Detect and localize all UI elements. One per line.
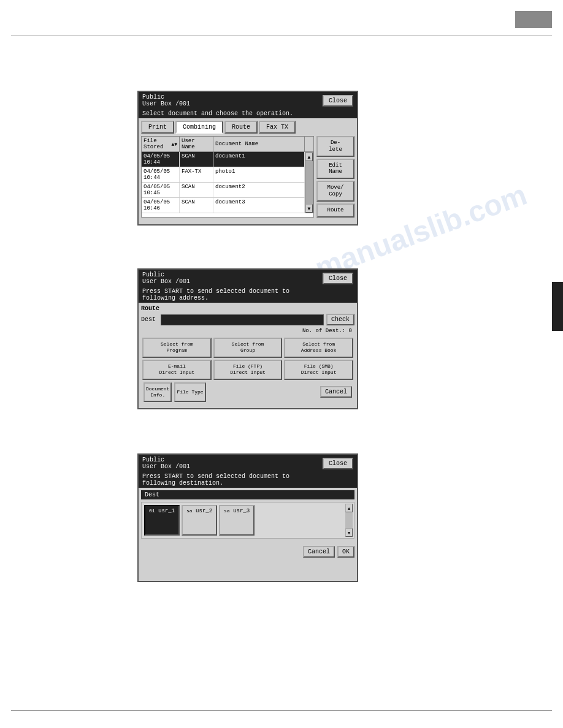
select-from-program-button[interactable]: Select fromProgram: [142, 338, 212, 358]
route-label: Route: [141, 305, 354, 312]
dest-chips-area: 01 usr_1 sa usr_2 sa usr_3 ▲ ▼: [141, 502, 354, 539]
document-table: File Stored ▲▼ User Name Document Name 0…: [141, 136, 314, 218]
dialog-userbox-3: Public User Box /001 Close Press START t…: [137, 453, 358, 582]
chips-scroll-track: [345, 512, 353, 528]
chip2-label: usr_2: [196, 508, 212, 514]
row1-time: 04/05/0510:44: [142, 152, 180, 167]
delete-button[interactable]: De-lete: [316, 136, 354, 157]
row2-doc: photo1: [213, 167, 305, 182]
dest-chip-3[interactable]: sa usr_3: [219, 505, 255, 536]
dialog2-bottom-row: DocumentInfo. File Type Cancel: [141, 382, 354, 403]
tab-fax-tx[interactable]: Fax TX: [259, 121, 296, 134]
edit-name-button[interactable]: EditName: [316, 159, 354, 180]
dialog2-title-line2: User Box /001: [142, 278, 190, 285]
row1-user: SCAN: [180, 152, 213, 167]
bottom-divider-line: [11, 710, 552, 711]
row4-doc: document3: [213, 198, 305, 213]
table-row[interactable]: 04/05/0510:44 FAX-TX photo1: [142, 167, 305, 183]
tab-route[interactable]: Route: [224, 121, 258, 134]
table-row[interactable]: 04/05/0510:44 SCAN document1: [142, 152, 305, 167]
file-type-button[interactable]: File Type: [174, 382, 205, 403]
email-direct-input-button[interactable]: E-mailDirect Input: [142, 360, 212, 380]
dest-chip-2[interactable]: sa usr_2: [182, 505, 217, 536]
dialog1-title-line2: User Box /001: [142, 100, 190, 107]
file-smb-direct-input-button[interactable]: File (SMB)Direct Input: [284, 360, 353, 380]
col-header-user: User Name: [180, 137, 213, 151]
row2-time: 04/05/0510:44: [142, 167, 180, 182]
dialog-userbox-2: Public User Box /001 Close Press START t…: [137, 268, 358, 409]
no-of-dest-label: No. of Dest.:: [302, 328, 349, 334]
dialog1-tab-row: Print Combining Route Fax TX: [139, 118, 357, 134]
table-rows: 04/05/0510:44 SCAN document1 04/05/0510:…: [142, 152, 305, 213]
dest-row: Dest Check: [141, 314, 354, 325]
no-of-dest-row: No. of Dest.: 0: [141, 328, 354, 334]
route-button[interactable]: Route: [316, 203, 354, 218]
dest-chip-1[interactable]: 01 usr_1: [144, 505, 180, 536]
dialog1-subtitle: Select document and choose the operation…: [139, 109, 357, 118]
dialog2-bottom-left: DocumentInfo. File Type: [144, 382, 206, 403]
file-ftp-direct-input-button[interactable]: File (FTP)Direct Input: [213, 360, 283, 380]
dialog3-header: Public User Box /001 Close: [139, 455, 357, 472]
table-row[interactable]: 04/05/0510:46 SCAN document3: [142, 198, 305, 213]
table-row[interactable]: 04/05/0510:45 SCAN document2: [142, 183, 305, 198]
chips-scroll-up-button[interactable]: ▲: [345, 504, 353, 512]
chip3-label: usr_3: [233, 508, 250, 514]
select-from-address-book-button[interactable]: Select fromAddress Book: [284, 338, 353, 358]
dialog3-close-button[interactable]: Close: [323, 458, 353, 469]
table-rows-with-scroll: 04/05/0510:44 SCAN document1 04/05/0510:…: [142, 152, 313, 213]
document-info-button[interactable]: DocumentInfo.: [144, 382, 172, 403]
table-scrollbar[interactable]: ▲ ▼: [305, 152, 313, 213]
dialog3-title: Public User Box /001: [142, 457, 190, 470]
chip2-prefix: sa: [186, 508, 193, 514]
dialog2-close-button[interactable]: Close: [323, 273, 353, 284]
row3-doc: document2: [213, 183, 305, 197]
chips-scroll-down-button[interactable]: ▼: [345, 528, 353, 537]
dialog3-cancel-button[interactable]: Cancel: [303, 546, 335, 558]
table-header-scroll-spacer: [305, 137, 313, 151]
top-bar-decoration: [515, 11, 552, 28]
dialog3-bottom-row: Cancel OK: [139, 544, 357, 560]
dest-label: Dest: [141, 316, 158, 323]
no-of-dest-value: 0: [349, 328, 352, 334]
dialog1-table-area: File Stored ▲▼ User Name Document Name 0…: [139, 134, 357, 220]
chip1-label: usr_1: [158, 508, 175, 514]
row3-time: 04/05/0510:45: [142, 183, 180, 197]
chips-scrollbar: ▲ ▼: [345, 504, 353, 537]
row4-time: 04/05/0510:46: [142, 198, 180, 213]
tab-combining[interactable]: Combining: [175, 121, 223, 134]
dest-header: Dest: [141, 490, 354, 499]
move-copy-button[interactable]: Move/Copy: [316, 181, 354, 202]
scroll-up-button[interactable]: ▲: [305, 153, 313, 161]
top-divider-line: [11, 36, 552, 36]
route-btn-grid-row1: Select fromProgram Select fromGroup Sele…: [141, 338, 354, 358]
dialog3-subtitle: Press START to send selected document to…: [139, 472, 357, 488]
row2-user: FAX-TX: [180, 167, 213, 182]
dialog2-cancel-button[interactable]: Cancel: [320, 386, 352, 398]
dialog-userbox-1: Public User Box /001 Close Select docume…: [137, 91, 358, 226]
col-header-docname: Document Name: [213, 137, 305, 151]
chip1-prefix: 01: [149, 508, 155, 514]
dialog2-subtitle: Press START to send selected document to…: [139, 287, 357, 303]
scroll-track: [305, 161, 313, 204]
scroll-down-button[interactable]: ▼: [305, 204, 313, 213]
side-tab: [552, 282, 563, 331]
dialog3-title-line2: User Box /001: [142, 463, 190, 470]
chip3-prefix: sa: [224, 508, 230, 514]
dialog1-action-buttons: De-lete EditName Move/Copy Route: [316, 136, 354, 218]
row1-doc: document1: [213, 152, 305, 167]
dialog2-title: Public User Box /001: [142, 271, 190, 285]
dialog1-close-button[interactable]: Close: [323, 95, 353, 107]
table-header-row: File Stored ▲▼ User Name Document Name: [142, 137, 313, 152]
dialog2-title-line1: Public: [142, 271, 190, 278]
tab-print[interactable]: Print: [141, 121, 174, 134]
check-button[interactable]: Check: [326, 314, 354, 325]
dialog1-title: Public User Box /001: [142, 94, 190, 107]
sort-arrow-icon: ▲▼: [171, 142, 177, 147]
dialog3-ok-button[interactable]: OK: [337, 546, 354, 558]
dialog1-header: Public User Box /001 Close: [139, 92, 357, 109]
route-area: Route Dest Check No. of Dest.: 0 Select …: [139, 303, 357, 404]
dest-input-field[interactable]: [161, 314, 324, 325]
select-from-group-button[interactable]: Select fromGroup: [213, 338, 283, 358]
dialog1-title-line1: Public: [142, 94, 190, 100]
route-btn-grid-row2: E-mailDirect Input File (FTP)Direct Inpu…: [141, 360, 354, 380]
